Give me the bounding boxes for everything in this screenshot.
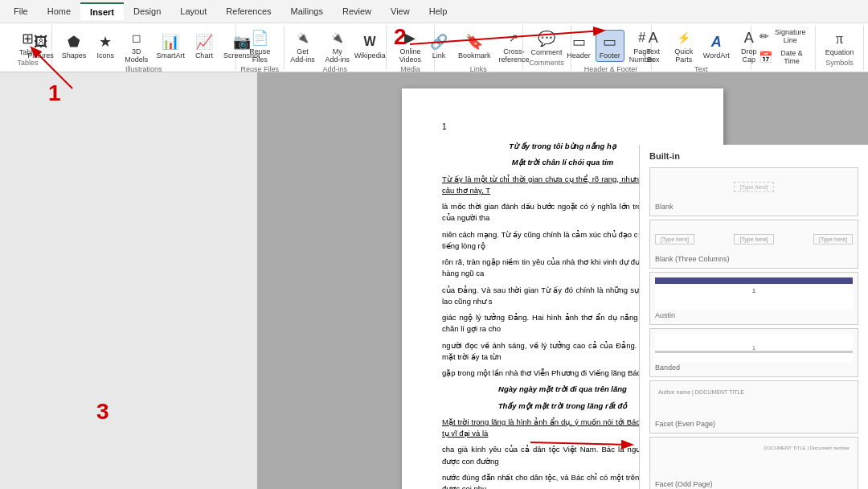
- btn-quick-parts-label: QuickParts: [674, 47, 693, 64]
- footer-template-facet-even[interactable]: Author name | DOCUMENT TITLE Facet (Even…: [649, 380, 858, 434]
- tab-insert[interactable]: Insert: [80, 2, 124, 20]
- btn-quick-parts[interactable]: ⚡ QuickParts: [669, 27, 698, 65]
- austin-preview: 1: [655, 277, 853, 310]
- footer-template-blank-three-col[interactable]: [Type here] [Type here] [Type here] Blan…: [649, 220, 858, 269]
- btn-my-addins[interactable]: 🔌 My Add-ins: [321, 27, 354, 65]
- btn-chart[interactable]: 📈 Chart: [190, 31, 219, 61]
- italic-bold-line-2: Mặt trời chân lí chói qua tim: [512, 158, 614, 166]
- get-addins-icon: 🔌: [293, 28, 312, 47]
- group-addins: 🔌 Get Add-ins 🔌 My Add-ins W Wikipedia A…: [285, 25, 387, 70]
- blank-preview: [Type here]: [655, 173, 853, 201]
- btn-text-box-label: TextBox: [647, 47, 661, 64]
- tab-layout[interactable]: Layout: [170, 3, 216, 19]
- cross-reference-icon: ↗: [504, 28, 523, 47]
- page-number: 1: [442, 121, 683, 133]
- btn-reuse-files[interactable]: 📄 ReuseFiles: [245, 27, 274, 65]
- tab-references[interactable]: References: [216, 3, 280, 19]
- btn-reuse-files-label: ReuseFiles: [249, 47, 270, 64]
- italic-bold-line-1: Từ ấy trong tôi bừng nắng hạ: [509, 142, 616, 150]
- btn-chart-label: Chart: [195, 51, 213, 60]
- wikipedia-icon: W: [360, 32, 379, 51]
- btn-online-videos[interactable]: ▶ OnlineVideos: [395, 27, 424, 65]
- austin-label: Austin: [655, 311, 853, 319]
- btn-footer[interactable]: ▭ Footer: [596, 30, 624, 62]
- footer-template-banded[interactable]: 1 Banded: [649, 328, 858, 377]
- reuse-files-icon: 📄: [250, 28, 269, 47]
- btn-pictures[interactable]: 🖼 Pictures: [24, 31, 57, 61]
- btn-icons[interactable]: ★ Icons: [91, 31, 120, 61]
- ribbon-content: ⊞ Table Tables 🖼 Pictures ⬟ Shapes ★ Ico: [0, 23, 868, 72]
- btn-header[interactable]: ▭ Header: [563, 31, 594, 61]
- btn-date-time[interactable]: 📅 Date & Time: [755, 47, 811, 67]
- footer-template-facet-odd[interactable]: DOCUMENT TITLE | Document number Facet (…: [649, 437, 858, 489]
- btn-wordart[interactable]: A WordArt: [700, 31, 733, 61]
- quick-parts-icon: ⚡: [674, 28, 694, 47]
- date-time-icon: 📅: [759, 50, 772, 64]
- blank-three-col-label: Blank (Three Columns): [655, 255, 853, 263]
- group-links: 🔗 Link 🔖 Bookmark ↗ Cross-reference Link…: [435, 25, 523, 70]
- btn-shapes[interactable]: ⬟ Shapes: [59, 31, 90, 61]
- toolbar: File Home Insert Design Layout Reference…: [0, 0, 868, 72]
- btn-bookmark-label: Bookmark: [458, 51, 491, 60]
- btn-3d-models-label: 3DModels: [125, 47, 148, 64]
- btn-comment[interactable]: 💬 Comment: [528, 27, 566, 58]
- btn-footer-label: Footer: [600, 51, 620, 60]
- smartart-icon: 📊: [161, 32, 180, 51]
- btn-link-label: Link: [432, 51, 446, 60]
- group-equation-label: Symbols: [825, 59, 854, 68]
- comment-icon: 💬: [537, 29, 556, 48]
- tab-help[interactable]: Help: [420, 3, 457, 19]
- tab-design[interactable]: Design: [124, 3, 170, 19]
- my-addins-icon: 🔌: [328, 28, 347, 47]
- pictures-icon: 🖼: [31, 32, 51, 51]
- wordart-icon: A: [706, 32, 726, 51]
- tab-view[interactable]: View: [381, 3, 420, 19]
- btn-smartart-label: SmartArt: [156, 51, 185, 60]
- group-comments-label: Comments: [529, 59, 564, 68]
- tab-home[interactable]: Home: [38, 3, 80, 19]
- header-icon: ▭: [569, 32, 588, 51]
- btn-icons-label: Icons: [97, 51, 115, 60]
- facet-even-preview: Author name | DOCUMENT TITLE: [655, 386, 853, 418]
- btn-wikipedia[interactable]: W Wikipedia: [355, 31, 384, 61]
- bookmark-icon: 🔖: [465, 32, 484, 51]
- facet-odd-preview: DOCUMENT TITLE | Document number: [655, 442, 853, 479]
- btn-comment-label: Comment: [531, 48, 563, 56]
- btn-equation-label: Equation: [825, 48, 854, 56]
- text-box-icon: A: [644, 28, 663, 47]
- ribbon-tab-bar: File Home Insert Design Layout Reference…: [0, 0, 868, 23]
- banded-label: Banded: [655, 364, 853, 372]
- btn-signature-label: Signature Line: [772, 28, 808, 44]
- tab-mailings[interactable]: Mailings: [281, 3, 333, 19]
- btn-link[interactable]: 🔗 Link: [424, 31, 453, 61]
- facet-odd-text: DOCUMENT TITLE | Document number: [655, 442, 853, 454]
- btn-bookmark[interactable]: 🔖 Bookmark: [455, 31, 494, 61]
- btn-online-videos-label: OnlineVideos: [399, 47, 421, 64]
- shapes-icon: ⬟: [64, 32, 84, 51]
- btn-wordart-label: WordArt: [703, 51, 730, 60]
- online-videos-icon: ▶: [400, 28, 420, 47]
- group-signature: ✏ Signature Line 📅 Date & Time ◻ Object: [751, 25, 816, 70]
- footer-template-austin[interactable]: 1 Austin: [649, 272, 858, 325]
- footer-dropdown-panel[interactable]: Built-in [Type here] Blank [Type here] […: [639, 145, 868, 489]
- btn-shapes-label: Shapes: [62, 51, 87, 60]
- btn-get-addins[interactable]: 🔌 Get Add-ins: [285, 27, 319, 65]
- btn-wikipedia-label: Wikipedia: [354, 51, 386, 60]
- btn-my-addins-label: My Add-ins: [325, 47, 350, 64]
- btn-equation[interactable]: π Equation: [822, 27, 858, 58]
- signature-icon: ✏: [759, 29, 769, 43]
- document-area: 1 Từ ấy trong tôi bừng nắng hạ Mặt trời …: [257, 72, 868, 489]
- austin-page-num: 1: [752, 287, 755, 294]
- btn-smartart[interactable]: 📊 SmartArt: [153, 31, 188, 61]
- btn-signature-line[interactable]: ✏ Signature Line: [755, 27, 811, 46]
- group-reuse-files: 📄 ReuseFiles Reuse Files: [236, 25, 285, 70]
- btn-3d-models[interactable]: ◻ 3DModels: [121, 27, 151, 65]
- blank-three-col-preview: [Type here] [Type here] [Type here]: [655, 225, 853, 253]
- facet-odd-label: Facet (Odd Page): [655, 480, 853, 488]
- link-icon: 🔗: [429, 32, 448, 51]
- tab-review[interactable]: Review: [333, 3, 381, 19]
- btn-text-box[interactable]: A TextBox: [639, 27, 668, 65]
- footer-template-blank[interactable]: [Type here] Blank: [649, 167, 858, 216]
- group-equation: π Equation Symbols: [816, 25, 864, 70]
- tab-file[interactable]: File: [4, 3, 38, 19]
